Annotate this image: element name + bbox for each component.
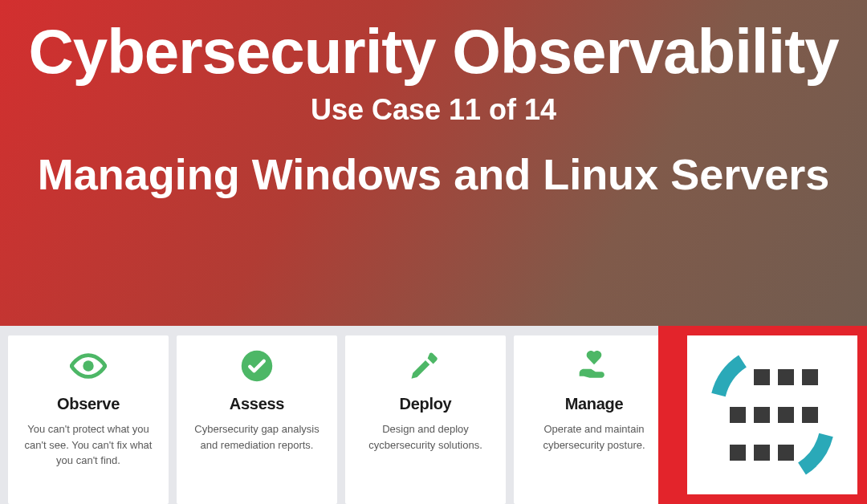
svg-rect-11 bbox=[778, 445, 794, 461]
card-manage: Manage Operate and maintain cybersecurit… bbox=[514, 335, 674, 504]
svg-rect-9 bbox=[730, 445, 746, 461]
card-desc: Design and deploy cycbersecurity solutio… bbox=[355, 421, 496, 453]
card-assess: Assess Cybersecurity gap analysis and re… bbox=[177, 335, 337, 504]
heart-hand-icon bbox=[576, 348, 612, 384]
svg-rect-7 bbox=[778, 407, 794, 423]
svg-rect-6 bbox=[754, 407, 770, 423]
use-case-heading: Managing Windows and Linux Servers bbox=[16, 149, 851, 199]
eye-icon bbox=[70, 348, 107, 384]
card-title: Deploy bbox=[400, 395, 452, 413]
company-logo bbox=[687, 335, 857, 494]
logo-icon bbox=[704, 347, 841, 483]
check-icon bbox=[240, 348, 274, 384]
card-deploy: Deploy Design and deploy cycbersecurity … bbox=[345, 335, 506, 504]
svg-rect-2 bbox=[754, 369, 770, 385]
card-title: Observe bbox=[57, 395, 120, 413]
card-title: Manage bbox=[565, 395, 624, 413]
card-desc: You can't protect what you can't see. Yo… bbox=[18, 421, 159, 469]
hero-section: Cybersecurity Observability Use Case 11 … bbox=[0, 0, 867, 199]
page-title: Cybersecurity Observability bbox=[16, 19, 851, 85]
svg-point-0 bbox=[83, 360, 93, 371]
svg-rect-4 bbox=[802, 369, 818, 385]
card-title: Assess bbox=[230, 395, 284, 413]
cards-container: Observe You can't protect what you can't… bbox=[8, 335, 674, 504]
card-desc: Operate and maintain cybersecurity postu… bbox=[523, 421, 665, 453]
svg-rect-5 bbox=[730, 407, 746, 423]
card-observe: Observe You can't protect what you can't… bbox=[8, 335, 169, 504]
use-case-subtitle: Use Case 11 of 14 bbox=[16, 93, 851, 127]
card-desc: Cybersecurity gap analysis and remediati… bbox=[186, 421, 328, 453]
svg-rect-8 bbox=[802, 407, 818, 423]
svg-rect-3 bbox=[778, 369, 794, 385]
svg-rect-10 bbox=[754, 445, 770, 461]
hammer-icon bbox=[409, 348, 442, 384]
